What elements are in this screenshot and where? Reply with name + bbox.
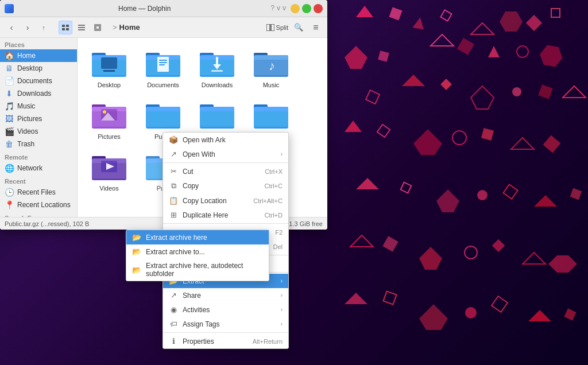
sidebar-item-network[interactable]: 🌐 Network	[0, 162, 77, 174]
file-item-downloads[interactable]: Downloads	[191, 44, 243, 93]
music-icon: 🎵	[5, 102, 14, 111]
cm-copy-location[interactable]: 📋 Copy Location Ctrl+Alt+C	[163, 193, 288, 208]
file-item-videos[interactable]: Videos	[83, 147, 135, 196]
toolbar: ‹ › ↑ > Home Split 🔍 ≡	[0, 17, 327, 38]
svg-marker-24	[413, 129, 442, 155]
pictures-icon: 🖼	[5, 114, 14, 123]
svg-marker-7	[551, 9, 560, 17]
sidebar-item-trash[interactable]: 🗑 Trash	[0, 138, 77, 150]
svg-rect-6	[526, 15, 542, 31]
svg-rect-58	[96, 26, 99, 29]
svg-point-39	[465, 246, 477, 259]
svg-rect-15	[366, 90, 380, 104]
sidebar-item-music[interactable]: 🎵 Music	[0, 100, 77, 112]
cm-sep2	[163, 223, 288, 224]
svg-rect-1	[389, 7, 402, 20]
up-button[interactable]: ↑	[37, 21, 51, 34]
recent-files-icon: 🕒	[5, 188, 14, 197]
cm-cut[interactable]: ✂ Cut Ctrl+X	[163, 164, 288, 178]
view-list-button[interactable]	[75, 21, 88, 34]
share-icon: ↗	[169, 291, 178, 300]
svg-rect-37	[382, 236, 398, 251]
search-button[interactable]: 🔍	[292, 21, 305, 34]
view-tree-button[interactable]	[91, 21, 105, 34]
copy-location-shortcut: Ctrl+Alt+C	[253, 197, 283, 204]
file-item-pictures[interactable]: Pictures	[83, 95, 135, 145]
activities-arrow: ›	[281, 306, 283, 313]
svg-marker-34	[534, 195, 557, 207]
file-item-documents[interactable]: Documents	[137, 44, 189, 93]
sidebar-item-videos[interactable]: 🎬 Videos	[0, 125, 77, 138]
svg-rect-52	[62, 28, 65, 30]
remote-label: Remote	[0, 150, 77, 162]
extract-here-icon: 📂	[132, 233, 141, 242]
open-with-arrow: ›	[281, 151, 283, 157]
sm-extract-autodetect[interactable]: 📂 Extract archive here, autodetect subfo…	[126, 259, 269, 281]
minimize-button[interactable]	[291, 4, 300, 13]
svg-rect-72	[159, 60, 167, 61]
window-title: Home — Dolphin	[18, 5, 270, 13]
folder-icon-documents	[145, 48, 181, 79]
cm-open-with[interactable]: ↗ Open With ›	[163, 147, 288, 161]
svg-point-13	[517, 46, 528, 57]
cm-duplicate-here[interactable]: ⊞ Duplicate Here Ctrl+D	[163, 208, 288, 222]
cm-assign-tags[interactable]: 🏷 Assign Tags ›	[163, 317, 288, 331]
more-btn[interactable]: v	[277, 4, 280, 13]
properties-shortcut: Alt+Return	[253, 338, 283, 345]
free-space: 1.3 GiB free	[289, 220, 323, 227]
sidebar-item-recent-locations[interactable]: 📍 Recent Locations	[0, 199, 77, 211]
svg-rect-11	[457, 38, 474, 55]
svg-marker-31	[436, 189, 459, 212]
cut-icon: ✂	[169, 167, 178, 176]
file-item-desktop[interactable]: Desktop	[83, 44, 135, 93]
cm-activities[interactable]: ◉ Activities ›	[163, 302, 288, 317]
file-item-music[interactable]: ♪ Music	[245, 44, 297, 93]
help-btn[interactable]: ?	[270, 4, 274, 13]
svg-text:♪: ♪	[269, 59, 275, 73]
move-to-trash-shortcut: Del	[273, 243, 283, 250]
sidebar-item-recent-files[interactable]: 🕒 Recent Files	[0, 186, 77, 199]
sidebar-item-home[interactable]: 🏠 Home	[0, 49, 77, 62]
sm-extract-to[interactable]: 📂 Extract archive to...	[126, 244, 269, 259]
folder-icon-videos	[91, 152, 127, 182]
svg-rect-3	[440, 10, 451, 21]
folder-icon-public	[145, 100, 181, 131]
svg-marker-5	[500, 11, 523, 32]
svg-rect-33	[503, 184, 517, 199]
sidebar-item-pictures[interactable]: 🖼 Pictures	[0, 112, 77, 125]
copy-icon: ⧉	[169, 181, 178, 191]
copy-location-icon: 📋	[169, 196, 178, 205]
home-icon: 🏠	[5, 51, 14, 60]
svg-rect-44	[383, 291, 396, 304]
svg-point-32	[477, 190, 488, 200]
close-button[interactable]	[314, 4, 323, 13]
svg-marker-2	[412, 16, 425, 29]
sidebar-item-documents[interactable]: 📄 Documents	[0, 75, 77, 87]
sidebar-item-downloads[interactable]: ⬇ Downloads	[0, 87, 77, 100]
back-button[interactable]: ‹	[5, 21, 18, 34]
sidebar-item-desktop[interactable]: 🖥 Desktop	[0, 62, 77, 75]
duplicate-shortcut: Ctrl+D	[265, 212, 283, 219]
cm-copy[interactable]: ⧉ Copy Ctrl+C	[163, 178, 288, 193]
split-button[interactable]: Split	[266, 24, 288, 31]
svg-rect-74	[159, 64, 165, 65]
cm-properties[interactable]: ℹ Properties Alt+Return	[163, 334, 288, 348]
maximize-button[interactable]	[302, 4, 311, 13]
duplicate-icon: ⊞	[169, 211, 178, 219]
menu-button[interactable]: ≡	[309, 21, 323, 34]
documents-icon: 📄	[5, 76, 14, 86]
svg-rect-101	[200, 111, 234, 127]
folder-icon-pictures	[91, 100, 127, 131]
view-icons-button[interactable]	[59, 21, 72, 34]
extra-btn[interactable]: v	[283, 4, 286, 13]
svg-rect-26	[481, 128, 494, 141]
cm-share[interactable]: ↗ Share ›	[163, 288, 288, 302]
forward-button[interactable]: ›	[21, 21, 34, 34]
cm-open-with-ark[interactable]: 📦 Open with Ark	[163, 133, 288, 147]
sm-extract-here[interactable]: 📂 Extract archive here	[126, 230, 269, 244]
svg-rect-20	[538, 84, 553, 99]
desktop-icon: 🖥	[5, 64, 14, 73]
svg-rect-59	[266, 24, 270, 31]
svg-marker-22	[345, 121, 362, 132]
svg-rect-65	[101, 57, 117, 69]
